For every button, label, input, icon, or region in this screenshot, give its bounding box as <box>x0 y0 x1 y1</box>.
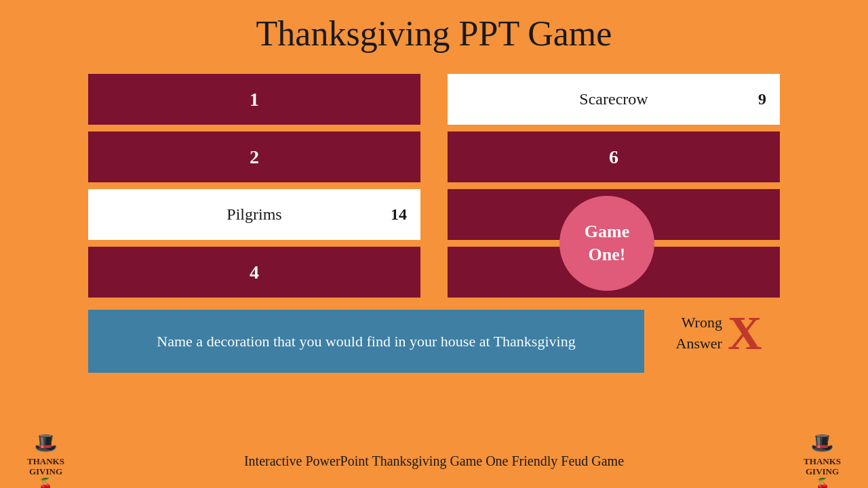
left-answer-4[interactable]: 4 <box>88 247 420 298</box>
left-answer-2[interactable]: 2 <box>88 131 420 182</box>
left-answer-3-text: Pilgrims <box>226 205 281 224</box>
right-answer-1-score: 9 <box>758 90 766 108</box>
cherries-left: 🍒 <box>39 477 52 488</box>
bottom-section: Name a decoration that you would find in… <box>0 310 868 373</box>
footer-logo-left: 🎩 THANKS GIVING 🍒 <box>27 432 64 488</box>
wrong-answer-section: WrongAnswer X <box>658 310 780 357</box>
left-answer-2-label: 2 <box>250 146 259 168</box>
left-answer-3-score: 14 <box>391 205 407 224</box>
right-column: Scarecrow 9 6 Game One! <box>448 74 780 298</box>
wrong-x-mark: X <box>728 310 762 357</box>
game-bubble-line1: Game <box>585 220 629 243</box>
footer-logo-left-line2: GIVING <box>29 466 62 477</box>
cherries-right: 🍒 <box>816 477 829 488</box>
footer-logo-right-line2: GIVING <box>806 466 839 477</box>
right-answer-1[interactable]: Scarecrow 9 <box>448 74 780 125</box>
left-answer-3[interactable]: Pilgrims 14 <box>88 189 420 240</box>
game-bubble-line2: One! <box>589 243 626 266</box>
page-title: Thanksgiving PPT Game <box>0 0 868 67</box>
right-answer-2-label: 6 <box>609 146 618 168</box>
question-box: Name a decoration that you would find in… <box>88 310 644 373</box>
footer-logo-right: 🎩 THANKS GIVING 🍒 <box>804 432 841 488</box>
left-answer-4-label: 4 <box>250 262 259 283</box>
main-content: 1 2 Pilgrims 14 4 Scarecrow 9 6 <box>0 74 868 298</box>
footer-logo-left-line1: THANKS <box>27 456 64 467</box>
right-answer-1-text: Scarecrow <box>579 90 648 108</box>
footer-center-text: Interactive PowerPoint Thanksgiving Game… <box>64 453 804 469</box>
hat-icon-right: 🎩 <box>810 432 834 455</box>
left-column: 1 2 Pilgrims 14 4 <box>88 74 420 298</box>
left-answer-1[interactable]: 1 <box>88 74 420 125</box>
footer: 🎩 THANKS GIVING 🍒 Interactive PowerPoint… <box>0 434 868 488</box>
left-answer-1-label: 1 <box>250 89 259 110</box>
footer-logo-right-line1: THANKS <box>804 456 841 467</box>
right-answer-2[interactable]: 6 <box>448 131 780 182</box>
game-one-bubble[interactable]: Game One! <box>559 196 654 291</box>
wrong-answer-label: WrongAnswer <box>676 312 722 354</box>
hat-icon-left: 🎩 <box>34 432 58 455</box>
